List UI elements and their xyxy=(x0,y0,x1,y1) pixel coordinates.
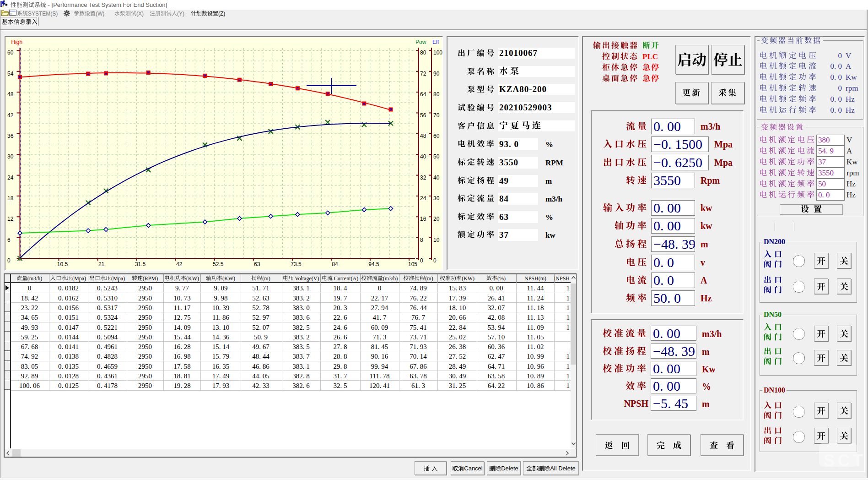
svg-text:70: 70 xyxy=(433,112,440,119)
svg-text:84: 84 xyxy=(332,261,338,267)
svg-text:73.5: 73.5 xyxy=(291,261,302,267)
svg-text:48: 48 xyxy=(420,133,426,139)
svg-text:High: High xyxy=(11,39,23,45)
svg-text:32: 32 xyxy=(420,175,426,181)
svg-text:10: 10 xyxy=(433,237,440,243)
svg-text:60: 60 xyxy=(7,49,14,56)
svg-text:40: 40 xyxy=(433,175,440,181)
svg-text:31.5: 31.5 xyxy=(135,261,146,267)
svg-text:100: 100 xyxy=(433,49,442,56)
svg-text:8: 8 xyxy=(420,237,423,243)
svg-text:10.5: 10.5 xyxy=(57,261,68,267)
svg-text:94.5: 94.5 xyxy=(368,261,379,267)
svg-text:36: 36 xyxy=(7,133,14,139)
svg-text:6: 6 xyxy=(7,237,11,243)
svg-text:64: 64 xyxy=(420,91,426,98)
svg-text:16: 16 xyxy=(420,216,426,222)
svg-text:48: 48 xyxy=(7,91,14,98)
svg-text:12: 12 xyxy=(7,216,14,222)
svg-text:56: 56 xyxy=(420,112,426,119)
svg-text:24: 24 xyxy=(420,195,426,202)
svg-text:80: 80 xyxy=(420,49,426,56)
svg-text:54: 54 xyxy=(7,71,14,77)
svg-text:21: 21 xyxy=(98,261,105,267)
svg-text:50: 50 xyxy=(433,153,440,160)
svg-text:0: 0 xyxy=(433,257,437,264)
svg-text:0: 0 xyxy=(7,257,11,264)
svg-text:24: 24 xyxy=(7,175,14,181)
svg-text:20: 20 xyxy=(433,216,440,222)
svg-text:63: 63 xyxy=(254,261,260,267)
svg-text:90: 90 xyxy=(433,71,440,77)
svg-text:42: 42 xyxy=(7,112,14,119)
svg-text:0: 0 xyxy=(420,257,423,264)
svg-text:40: 40 xyxy=(420,153,426,160)
svg-text:60: 60 xyxy=(433,133,440,139)
svg-text:72: 72 xyxy=(420,71,426,77)
svg-text:18: 18 xyxy=(7,195,14,202)
svg-text:30: 30 xyxy=(433,195,440,202)
svg-text:105: 105 xyxy=(408,261,417,267)
svg-text:Pow: Pow xyxy=(415,39,426,45)
svg-text:42: 42 xyxy=(176,261,183,267)
svg-text:80: 80 xyxy=(433,91,440,98)
svg-text:30: 30 xyxy=(7,153,14,160)
svg-text:52.5: 52.5 xyxy=(213,261,224,267)
svg-text:Eff: Eff xyxy=(432,39,439,45)
